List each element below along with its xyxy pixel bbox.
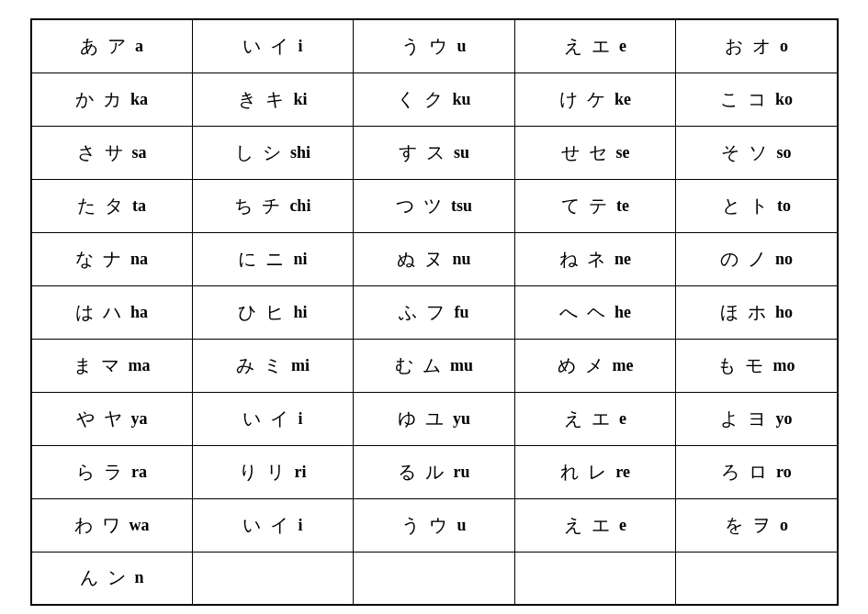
cell-r3-c1: ちチchi bbox=[192, 179, 354, 232]
katakana-char: ケ bbox=[587, 87, 605, 112]
katakana-char: ナ bbox=[103, 247, 121, 272]
cell-content: あアa bbox=[36, 34, 188, 59]
romaji-char: na bbox=[130, 250, 148, 269]
table-row: まマmaみミmiむムmuめメmeもモmo bbox=[31, 339, 838, 392]
cell-r1-c1: きキki bbox=[192, 73, 354, 126]
hiragana-char: く bbox=[397, 87, 415, 112]
cell-content: るルru bbox=[357, 460, 511, 485]
hiragana-char: ほ bbox=[720, 300, 738, 325]
cell-r5-c4: ほホho bbox=[676, 285, 838, 339]
katakana-char: イ bbox=[270, 513, 288, 538]
hiragana-char: と bbox=[722, 194, 740, 218]
katakana-char: ワ bbox=[102, 513, 120, 538]
katakana-char: ラ bbox=[104, 460, 122, 485]
romaji-char: te bbox=[616, 196, 629, 216]
table-row: わワwaいイiうウuえエeをヲo bbox=[31, 498, 838, 552]
cell-content: へヘhe bbox=[519, 300, 672, 325]
katakana-char: ハ bbox=[103, 300, 121, 325]
katakana-char: ム bbox=[423, 353, 441, 378]
hiragana-char: あ bbox=[80, 34, 98, 59]
romaji-char: re bbox=[615, 463, 630, 482]
cell-r0-c1: いイi bbox=[192, 19, 354, 73]
cell-r3-c4: とトto bbox=[676, 179, 838, 232]
romaji-char: n bbox=[135, 568, 144, 587]
romaji-char: tsu bbox=[451, 196, 472, 216]
romaji-char: ho bbox=[775, 303, 793, 322]
cell-content: らラra bbox=[36, 460, 188, 485]
cell-r2-c4: そソso bbox=[676, 126, 838, 179]
cell-content: やヤya bbox=[36, 407, 188, 431]
cell-content: たタta bbox=[36, 194, 188, 218]
hiragana-char: き bbox=[238, 87, 256, 112]
hiragana-char: り bbox=[239, 460, 257, 485]
katakana-char: ト bbox=[750, 194, 768, 218]
cell-content: ぬヌnu bbox=[357, 247, 511, 272]
hiragana-char: て bbox=[561, 194, 580, 218]
hiragana-char: い bbox=[242, 34, 261, 59]
cell-content: もモmo bbox=[680, 353, 832, 378]
cell-content: りリri bbox=[197, 460, 350, 485]
romaji-char: ri bbox=[294, 463, 306, 482]
cell-r1-c4: こコko bbox=[676, 73, 838, 126]
hiragana-char: え bbox=[564, 407, 582, 431]
hiragana-char: な bbox=[75, 247, 94, 272]
romaji-char: ru bbox=[453, 463, 469, 482]
hiragana-char: そ bbox=[721, 140, 739, 165]
romaji-char: e bbox=[619, 409, 626, 429]
cell-r9-c1: いイi bbox=[192, 498, 354, 552]
cell-content: ろロro bbox=[680, 460, 832, 485]
katakana-char: マ bbox=[101, 353, 119, 378]
katakana-char: シ bbox=[263, 140, 281, 165]
table-row: たタtaちチchiつツtsuてテteとトto bbox=[31, 179, 838, 232]
hiragana-char: め bbox=[558, 353, 576, 378]
romaji-char: se bbox=[616, 143, 630, 162]
cell-r3-c0: たタta bbox=[31, 179, 193, 232]
cell-r8-c4: ろロro bbox=[676, 445, 838, 498]
romaji-char: sa bbox=[132, 143, 147, 162]
cell-content: をヲo bbox=[680, 513, 832, 538]
cell-r0-c3: えエe bbox=[514, 19, 676, 73]
hiragana-char: ち bbox=[234, 194, 253, 218]
cell-content: ねネne bbox=[519, 247, 672, 272]
romaji-char: u bbox=[457, 516, 466, 535]
romaji-char: hi bbox=[293, 303, 307, 322]
katakana-char: ヨ bbox=[748, 407, 766, 431]
katakana-char: ス bbox=[426, 140, 445, 165]
romaji-char: ke bbox=[614, 90, 631, 109]
romaji-char: me bbox=[613, 356, 634, 375]
cell-r6-c4: もモmo bbox=[676, 339, 838, 392]
table-row: かカkaきキkiくクkuけケkeこコko bbox=[31, 73, 838, 126]
hiragana-char: を bbox=[725, 513, 743, 538]
hiragana-char: へ bbox=[559, 300, 578, 325]
katakana-char: ヤ bbox=[104, 407, 122, 431]
romaji-char: o bbox=[780, 37, 788, 56]
cell-content: はハha bbox=[36, 300, 188, 325]
romaji-char: mo bbox=[772, 356, 795, 375]
hiragana-char: ぬ bbox=[397, 247, 415, 272]
romaji-char: nu bbox=[452, 250, 470, 269]
kana-table: あアaいイiうウuえエeおオoかカkaきキkiくクkuけケkeこコkoさサsaし… bbox=[30, 18, 839, 606]
cell-content: よヨyo bbox=[680, 407, 832, 431]
katakana-char: フ bbox=[426, 300, 445, 325]
katakana-char: テ bbox=[589, 194, 607, 218]
cell-r4-c1: にニni bbox=[192, 232, 354, 285]
cell-content: れレre bbox=[519, 460, 672, 485]
cell-r0-c4: おオo bbox=[676, 19, 838, 73]
katakana-char: ヘ bbox=[587, 300, 605, 325]
katakana-char: エ bbox=[592, 407, 610, 431]
cell-content: ひヒhi bbox=[197, 300, 350, 325]
cell-content: かカka bbox=[36, 87, 188, 112]
katakana-char: キ bbox=[265, 87, 284, 112]
katakana-char: ヌ bbox=[424, 247, 443, 272]
katakana-char: チ bbox=[262, 194, 280, 218]
katakana-char: ツ bbox=[423, 194, 442, 218]
cell-r6-c0: まマma bbox=[31, 339, 193, 392]
hiragana-char: み bbox=[236, 353, 254, 378]
romaji-char: ku bbox=[452, 90, 470, 109]
cell-content: しシshi bbox=[197, 140, 350, 165]
romaji-char: ko bbox=[775, 90, 793, 109]
cell-r0-c0: あアa bbox=[31, 19, 193, 73]
cell-r8-c3: れレre bbox=[514, 445, 676, 498]
katakana-char: コ bbox=[748, 87, 766, 112]
cell-content: くクku bbox=[357, 87, 511, 112]
